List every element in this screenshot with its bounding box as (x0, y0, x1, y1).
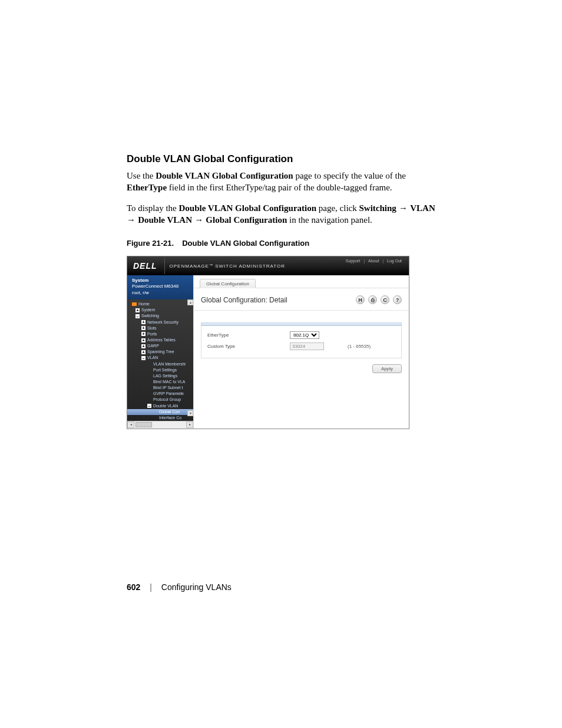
trademark-icon: ™ (209, 263, 213, 267)
section-heading: Double VLAN Global Configuration (127, 153, 444, 165)
tree-label: VLAN (147, 355, 158, 361)
tree-slots[interactable]: Slots (127, 325, 193, 331)
text: Use the (127, 171, 156, 180)
figure-title: Double VLAN Global Configuration (182, 239, 309, 248)
tree-label: Spanning Tree (147, 349, 174, 355)
tree-home[interactable]: Home (127, 301, 193, 307)
tree-address-tables[interactable]: Address Tables (127, 337, 193, 343)
tree-gvrp[interactable]: GVRP Paramete (127, 391, 193, 397)
tree-label: Ports (147, 331, 157, 337)
arrow-icon: → (127, 215, 138, 225)
text: SWITCH ADMINISTRATOR (213, 263, 285, 269)
scroll-right-icon[interactable]: ▸ (186, 421, 193, 428)
tree-label: Double VLAN (153, 403, 178, 409)
dell-logo: DELL (127, 261, 164, 271)
page-number: 602 (127, 582, 140, 592)
text: field in the first EtherType/tag pair of… (167, 183, 392, 192)
detail-title: Global Configuration: Detail (201, 296, 287, 304)
about-link[interactable]: About (367, 259, 380, 263)
form-row-custom-type: Custom Type (1 - 65535) (207, 341, 395, 352)
tree-garp[interactable]: GARP (127, 343, 193, 349)
divider (164, 258, 165, 274)
tree-label: Switching (141, 313, 159, 319)
help-icon[interactable]: ? (393, 295, 402, 304)
system-block: System PowerConnect M6348 root, r/w (127, 275, 193, 299)
custom-type-range: (1 - 65535) (324, 344, 371, 349)
tree-label: Home (138, 301, 150, 307)
tree-label: Interface Co (159, 415, 181, 421)
text-bold: EtherType (127, 183, 167, 192)
system-title: System (132, 278, 190, 284)
tree-label: Bind IP Subnet t (153, 385, 183, 391)
tree-bind-ip[interactable]: Bind IP Subnet t (127, 385, 193, 391)
refresh-icon[interactable]: C (381, 295, 389, 304)
arrow-icon: → (396, 203, 410, 213)
support-link[interactable]: Support (345, 259, 362, 263)
scroll-left-icon[interactable]: ◂ (127, 421, 134, 428)
print-icon[interactable]: ⎙ (368, 295, 377, 304)
tree-vlan-membership[interactable]: VLAN Membershi (127, 361, 193, 367)
tree-ports[interactable]: Ports (127, 331, 193, 337)
text-bold: VLAN (410, 203, 435, 213)
main-content: Global Configuration Global Configuratio… (194, 275, 409, 429)
tree-bind-mac[interactable]: Bind MAC to VLA (127, 379, 193, 385)
tree-spanning-tree[interactable]: Spanning Tree (127, 349, 193, 355)
tree-label: Port Settings (153, 367, 177, 373)
tree-double-vlan[interactable]: Double VLAN (127, 403, 193, 409)
tree-label: Network Security (147, 319, 178, 325)
tree-label: Bind MAC to VLA (153, 379, 185, 385)
scroll-up-icon[interactable]: ▴ (187, 299, 193, 305)
nav-tree: ▴ Home System Switching Network Security… (127, 299, 193, 424)
tree-switching[interactable]: Switching (127, 313, 193, 319)
body-paragraph-2: To display the Double VLAN Global Config… (127, 202, 444, 226)
figure-caption: Figure 21-21.Double VLAN Global Configur… (127, 239, 444, 248)
tree-label: Address Tables (147, 337, 176, 343)
horizontal-scrollbar[interactable]: ◂ ▸ (127, 421, 193, 429)
tree-system[interactable]: System (127, 307, 193, 313)
user-role: root, r/w (132, 290, 190, 296)
ethertype-label: EtherType (207, 332, 290, 338)
sidebar: System PowerConnect M6348 root, r/w ▴ Ho… (127, 275, 194, 429)
form-row-ethertype: EtherType 802.1Q (207, 330, 395, 341)
ethertype-select[interactable]: 802.1Q (290, 331, 319, 339)
text-bold: Double VLAN (138, 215, 192, 225)
text: page, click (316, 203, 359, 213)
separator: | (362, 259, 366, 263)
tree-network-security[interactable]: Network Security (127, 319, 193, 325)
scroll-thumb[interactable] (135, 422, 152, 427)
logout-link[interactable]: Log Out (386, 259, 403, 263)
separator: | (381, 259, 385, 263)
scroll-down-icon[interactable]: ▾ (187, 410, 193, 416)
figure-number: Figure 21-21. (127, 239, 174, 248)
apply-button[interactable]: Apply (372, 364, 402, 373)
arrow-icon: → (192, 215, 206, 225)
tree-port-settings[interactable]: Port Settings (127, 367, 193, 373)
body-paragraph-1: Use the Double VLAN Global Configuration… (127, 170, 444, 194)
text-bold: Global Configuration (206, 215, 287, 225)
text-bold: Double VLAN Global Configuration (179, 203, 317, 213)
text-bold: Double VLAN Global Configuration (156, 171, 293, 180)
tree-protocol-group[interactable]: Protocol Group (127, 397, 193, 403)
tree-global-configuration[interactable]: Global Con (127, 409, 193, 415)
save-icon[interactable]: H (356, 295, 365, 304)
app-topbar: DELL OPENMANAGE™ SWITCH ADMINISTRATOR Su… (127, 256, 409, 275)
tree-label: GVRP Paramete (153, 391, 184, 397)
tree-vlan[interactable]: VLAN (127, 355, 193, 361)
custom-type-label: Custom Type (207, 344, 290, 349)
footer-separator: | (143, 582, 159, 592)
page-footer: 602 | Configuring VLANs (127, 582, 444, 592)
home-icon (132, 302, 137, 306)
tree-label: Protocol Group (153, 397, 181, 403)
tree-label: LAG Settings (153, 373, 177, 379)
header-icons: H ⎙ C ? (356, 295, 402, 304)
text-bold: Switching (359, 203, 396, 213)
tree-label: Slots (147, 325, 157, 331)
tree-lag-settings[interactable]: LAG Settings (127, 373, 193, 379)
tab-global-configuration[interactable]: Global Configuration (200, 279, 256, 288)
text: OPENMANAGE (170, 263, 209, 269)
tree-interface-config[interactable]: Interface Co (127, 415, 193, 421)
device-model: PowerConnect M6348 (132, 284, 190, 289)
text: page to specify the value of the (293, 171, 406, 180)
custom-type-input[interactable] (290, 342, 324, 350)
form-area: EtherType 802.1Q Custom Type (1 - 65535) (201, 326, 402, 358)
